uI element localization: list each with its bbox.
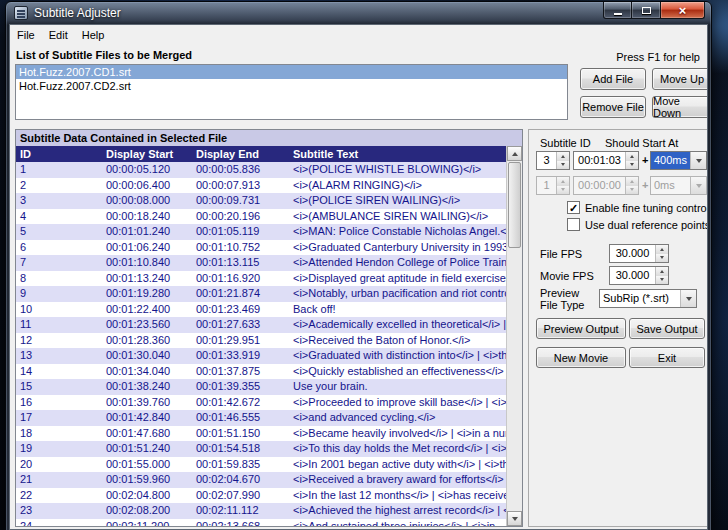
scrollbar-thumb[interactable] xyxy=(508,162,521,248)
table-cell: 00:02:08.200 xyxy=(102,503,192,519)
minimize-icon xyxy=(614,13,622,15)
preview-file-type-dropdown[interactable]: SubRip (*.srt) xyxy=(599,289,697,308)
table-row[interactable]: 1100:01:23.56000:01:27.633<i>Academicall… xyxy=(16,317,506,333)
table-cell: 00:01:33.919 xyxy=(192,348,289,364)
exit-button[interactable]: Exit xyxy=(629,347,705,368)
table-row[interactable]: 2100:01:59.96000:02:04.670<i>Received a … xyxy=(16,472,506,488)
table-row[interactable]: 300:00:08.00000:00:09.731<i>(POLICE SIRE… xyxy=(16,193,506,209)
help-hint: Press F1 for help xyxy=(616,51,700,63)
save-output-button[interactable]: Save Output xyxy=(629,318,705,339)
table-cell: 00:01:59.835 xyxy=(192,457,289,473)
close-button[interactable]: × xyxy=(660,2,705,19)
add-file-button[interactable]: Add File xyxy=(580,68,646,90)
spin-up-button[interactable] xyxy=(656,267,668,276)
file-list-item[interactable]: Hot.Fuzz.2007.CD1.srt xyxy=(16,65,567,79)
table-row[interactable]: 1000:01:22.40000:01:23.469Back off! xyxy=(16,302,506,318)
spin-down-button[interactable] xyxy=(656,276,668,285)
subtitle-id-stepper[interactable]: 3 xyxy=(536,151,570,170)
spin-up-button xyxy=(626,177,638,186)
minimize-button[interactable] xyxy=(603,2,632,19)
start-time-stepper[interactable]: 00:01:03 xyxy=(573,151,639,170)
file-fps-value[interactable]: 30.000 xyxy=(610,245,655,262)
menu-help[interactable]: Help xyxy=(75,27,112,43)
table-row[interactable]: 1600:01:39.76000:01:42.672<i>Proceeded t… xyxy=(16,395,506,411)
ms-offset-dropdown-2[interactable]: 0ms xyxy=(650,176,707,195)
scroll-down-button[interactable] xyxy=(507,511,522,526)
spin-up-button xyxy=(557,177,569,186)
spin-down-button[interactable] xyxy=(626,161,638,170)
table-cell: 00:00:20.196 xyxy=(192,209,289,225)
dropdown-button[interactable] xyxy=(680,290,696,307)
table-row[interactable]: 200:00:06.40000:00:07.913<i>(ALARM RINGI… xyxy=(16,178,506,194)
ms-offset-dropdown[interactable]: 400ms xyxy=(650,151,707,170)
desktop: Subtitle Adjuster × File Edit Help Press… xyxy=(0,0,728,530)
start-time-stepper-2[interactable]: 00:00:00 xyxy=(573,176,639,195)
spin-up-button[interactable] xyxy=(626,152,638,161)
table-row[interactable]: 100:00:05.12000:00:05.836<i>(POLICE WHIS… xyxy=(16,162,506,178)
spin-down-icon xyxy=(561,188,565,191)
spin-up-button[interactable] xyxy=(557,152,569,161)
table-row[interactable]: 2000:01:55.00000:01:59.835<i>In 2001 beg… xyxy=(16,457,506,473)
movie-fps-value[interactable]: 30.000 xyxy=(610,267,655,284)
movie-fps-label: Movie FPS xyxy=(540,270,594,282)
column-display-end[interactable]: Display End xyxy=(192,146,289,162)
column-subtitle-text[interactable]: Subtitle Text xyxy=(289,146,506,162)
table-row[interactable]: 2400:02:11.20000:02:13.668<i>And sustain… xyxy=(16,519,506,527)
table-row[interactable]: 800:01:13.24000:01:16.920<i>Displayed gr… xyxy=(16,271,506,287)
table-row[interactable]: 600:01:06.24000:01:10.752<i>Graduated Ca… xyxy=(16,240,506,256)
ms-offset-value[interactable]: 400ms xyxy=(651,152,690,169)
preview-output-button[interactable]: Preview Output xyxy=(536,318,626,339)
table-row[interactable]: 1400:01:34.04000:01:37.875<i>Quickly est… xyxy=(16,364,506,380)
file-list[interactable]: Hot.Fuzz.2007.CD1.srtHot.Fuzz.2007.CD2.s… xyxy=(15,64,568,120)
remove-file-button[interactable]: Remove File xyxy=(580,96,646,118)
fine-tuning-checkbox-box[interactable]: ✓ xyxy=(567,201,580,214)
dual-reference-checkbox-box[interactable] xyxy=(567,218,580,231)
table-row[interactable]: 1700:01:42.84000:01:46.555<i>and advance… xyxy=(16,410,506,426)
maximize-icon xyxy=(642,7,651,14)
table-scrollbar[interactable] xyxy=(506,146,522,526)
move-up-button[interactable]: Move Up xyxy=(652,68,708,90)
table-row[interactable]: 2300:02:08.20000:02:11.112<i>Achieved th… xyxy=(16,503,506,519)
table-row[interactable]: 900:01:19.28000:01:21.874<i>Notably, urb… xyxy=(16,286,506,302)
new-movie-button[interactable]: New Movie xyxy=(536,347,626,368)
fine-tuning-checkbox[interactable]: ✓ Enable fine tuning controls xyxy=(567,201,708,214)
table-cell: 13 xyxy=(16,348,102,364)
menu-edit[interactable]: Edit xyxy=(42,27,75,43)
subtitle-id-value[interactable]: 3 xyxy=(537,152,556,169)
spin-up-button[interactable] xyxy=(656,245,668,254)
move-down-button[interactable]: Move Down xyxy=(652,96,708,118)
table-row[interactable]: 1300:01:30.04000:01:33.919<i>Graduated w… xyxy=(16,348,506,364)
app-icon xyxy=(14,6,28,20)
titlebar[interactable]: Subtitle Adjuster × xyxy=(6,2,711,24)
table-cell: 11 xyxy=(16,317,102,333)
table-row[interactable]: 1500:01:38.24000:01:39.355Use your brain… xyxy=(16,379,506,395)
table-row[interactable]: 500:01:01.24000:01:05.119<i>MAN: Police … xyxy=(16,224,506,240)
movie-fps-stepper[interactable]: 30.000 xyxy=(609,266,669,285)
column-display-start[interactable]: Display Start xyxy=(102,146,192,162)
table-row[interactable]: 1800:01:47.68000:01:51.150<i>Became heav… xyxy=(16,426,506,442)
subtitle-id-stepper-2[interactable]: 1 xyxy=(536,176,570,195)
dropdown-arrow-icon xyxy=(696,159,702,163)
maximize-button[interactable] xyxy=(632,2,660,19)
menu-file[interactable]: File xyxy=(10,27,42,43)
table-cell: 8 xyxy=(16,271,102,287)
spin-down-button[interactable] xyxy=(656,254,668,263)
dropdown-button[interactable] xyxy=(690,152,706,169)
dual-reference-checkbox[interactable]: Use dual reference points xyxy=(567,218,708,231)
spin-down-button[interactable] xyxy=(557,161,569,170)
table-row[interactable]: 1900:01:51.24000:01:54.518<i>To this day… xyxy=(16,441,506,457)
table-cell: 00:00:08.000 xyxy=(102,193,192,209)
start-time-value[interactable]: 00:01:03 xyxy=(574,152,625,169)
table-row[interactable]: 400:00:18.24000:00:20.196<i>(AMBULANCE S… xyxy=(16,209,506,225)
table-cell: 00:02:13.668 xyxy=(192,519,289,527)
preview-file-type-value[interactable]: SubRip (*.srt) xyxy=(600,290,680,307)
table-row[interactable]: 1200:01:28.36000:01:29.951<i>Received th… xyxy=(16,333,506,349)
file-fps-stepper[interactable]: 30.000 xyxy=(609,244,669,263)
table-cell: 6 xyxy=(16,240,102,256)
file-list-item[interactable]: Hot.Fuzz.2007.CD2.srt xyxy=(16,79,567,93)
table-row[interactable]: 2200:02:04.80000:02:07.990<i>In the last… xyxy=(16,488,506,504)
table-row[interactable]: 700:01:10.84000:01:13.115<i>Attended Hen… xyxy=(16,255,506,271)
scroll-up-button[interactable] xyxy=(507,146,522,161)
column-id[interactable]: ID xyxy=(16,146,102,162)
table-cell: 00:01:38.240 xyxy=(102,379,192,395)
